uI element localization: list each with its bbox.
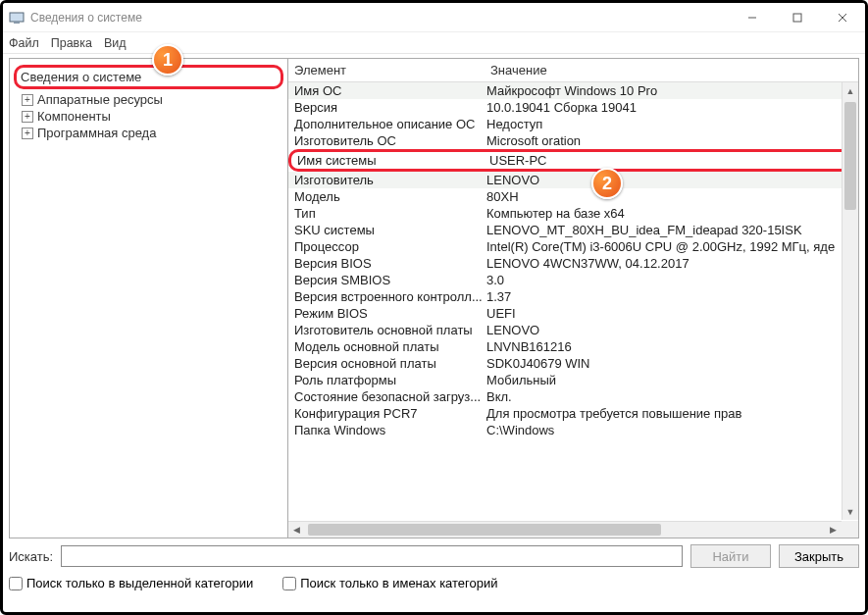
search-label: Искать: — [9, 549, 53, 564]
menu-file[interactable]: Файл — [9, 36, 39, 50]
table-row[interactable]: Версия SMBIOS3.0 — [288, 272, 858, 288]
row-name: Процессор — [288, 239, 485, 254]
titlebar: Сведения о системе — [3, 3, 865, 32]
search-input[interactable] — [61, 545, 683, 567]
tree-item[interactable]: +Программная среда — [14, 125, 283, 141]
search-row: Искать: Найти Закрыть — [9, 544, 859, 568]
scroll-right-icon[interactable]: ▶ — [825, 522, 842, 538]
expand-icon[interactable]: + — [22, 94, 33, 106]
find-button[interactable]: Найти — [690, 544, 771, 568]
scroll-down-icon[interactable]: ▼ — [842, 503, 858, 520]
tree-item[interactable]: +Компоненты — [14, 108, 283, 125]
close-button[interactable] — [820, 3, 865, 32]
expand-icon[interactable]: + — [22, 128, 33, 139]
table-row[interactable]: Изготовитель основной платыLENOVO — [288, 322, 858, 338]
row-value: C:\Windows — [485, 423, 858, 437]
hscroll-thumb[interactable] — [308, 524, 661, 536]
row-name: Версия BIOS — [288, 256, 485, 271]
menubar: Файл Правка Вид — [3, 32, 865, 54]
svg-rect-1 — [14, 22, 20, 24]
row-name: Версия — [288, 100, 485, 115]
row-name: Состояние безопасной загруз... — [288, 389, 485, 404]
table-row[interactable]: Имя ОСМайкрософт Windows 10 Pro — [288, 82, 858, 99]
minimize-button[interactable] — [730, 3, 775, 32]
vscroll-thumb[interactable] — [844, 102, 856, 210]
row-value: LENOVO 4WCN37WW, 04.12.2017 — [485, 256, 858, 271]
table-row[interactable]: Модель80XH — [288, 188, 858, 205]
row-name: Тип — [288, 206, 485, 221]
row-value: Вкл. — [485, 389, 858, 404]
table-row[interactable]: SKU системыLENOVO_MT_80XH_BU_idea_FM_ide… — [288, 222, 858, 238]
row-name: Версия SMBIOS — [288, 273, 485, 287]
column-value[interactable]: Значение — [485, 59, 858, 81]
row-name: Режим BIOS — [288, 306, 485, 321]
scroll-left-icon[interactable]: ◀ — [288, 522, 305, 538]
table-row[interactable]: ИзготовительLENOVO — [288, 172, 858, 188]
expand-icon[interactable]: + — [22, 111, 33, 123]
row-value: Для просмотра требуется повышение прав — [485, 406, 858, 421]
table-row[interactable]: Версия встроенного контролл...1.37 — [288, 288, 858, 305]
chk1-box[interactable] — [9, 577, 23, 590]
tree-item[interactable]: +Аппаратные ресурсы — [14, 91, 283, 108]
menu-edit[interactable]: Правка — [51, 36, 92, 50]
row-value: Компьютер на базе x64 — [485, 206, 858, 221]
table-row[interactable]: Модель основной платыLNVNB161216 — [288, 338, 858, 355]
column-name[interactable]: Элемент — [288, 59, 485, 81]
chk-category-only[interactable]: Поиск только в выделенной категории — [9, 576, 253, 590]
row-name: Изготовитель основной платы — [288, 323, 485, 337]
row-value: Мобильный — [485, 373, 858, 387]
row-name: Версия встроенного контролл... — [288, 289, 485, 304]
row-name: Папка Windows — [288, 423, 485, 437]
tree-root[interactable]: Сведения о системе — [14, 65, 283, 89]
row-name: Роль платформы — [288, 373, 485, 387]
row-name: Изготовитель ОС — [288, 133, 485, 148]
row-value: USER-PC — [487, 153, 855, 168]
detail-panel: Элемент Значение Имя ОСМайкрософт Window… — [288, 59, 858, 538]
row-name: Конфигурация PCR7 — [288, 406, 485, 421]
table-row[interactable]: Версия10.0.19041 Сборка 19041 — [288, 99, 858, 116]
horizontal-scrollbar[interactable]: ◀ ▶ — [288, 521, 842, 538]
table-row[interactable]: Роль платформыМобильный — [288, 372, 858, 388]
app-icon — [9, 10, 25, 26]
chk-names-only[interactable]: Поиск только в именах категорий — [282, 576, 497, 590]
table-row[interactable]: Режим BIOSUEFI — [288, 305, 858, 322]
detail-body: Имя ОСМайкрософт Windows 10 ProВерсия10.… — [288, 82, 858, 538]
table-row[interactable]: Состояние безопасной загруз...Вкл. — [288, 388, 858, 405]
tree-item-label: Аппаратные ресурсы — [37, 92, 163, 107]
menu-view[interactable]: Вид — [104, 36, 127, 50]
row-name: Имя системы — [291, 153, 487, 168]
tree-item-label: Компоненты — [37, 109, 111, 124]
row-value: Intel(R) Core(TM) i3-6006U CPU @ 2.00GHz… — [485, 239, 858, 254]
row-value: LENOVO_MT_80XH_BU_idea_FM_ideapad 320-15… — [485, 223, 858, 237]
tree-root-label: Сведения о системе — [21, 70, 141, 84]
table-row[interactable]: Папка WindowsC:\Windows — [288, 422, 858, 438]
tree-panel: Сведения о системе +Аппаратные ресурсы+К… — [10, 59, 288, 538]
row-name: Изготовитель — [288, 173, 485, 187]
table-row[interactable]: Конфигурация PCR7Для просмотра требуется… — [288, 405, 858, 422]
close-find-button[interactable]: Закрыть — [779, 544, 859, 568]
table-row[interactable]: Имя системыUSER-PC — [288, 149, 858, 172]
row-name: Версия основной платы — [288, 356, 485, 371]
table-row[interactable]: Изготовитель ОСMicrosoft oration — [288, 132, 858, 149]
maximize-button[interactable] — [775, 3, 820, 32]
row-value: 3.0 — [485, 273, 858, 287]
window-title: Сведения о системе — [30, 11, 730, 25]
table-row[interactable]: Дополнительное описание ОСНедоступ — [288, 116, 858, 132]
svg-rect-0 — [10, 13, 24, 22]
row-name: Модель основной платы — [288, 339, 485, 354]
table-row[interactable]: ТипКомпьютер на базе x64 — [288, 205, 858, 222]
row-name: Модель — [288, 189, 485, 204]
row-value: LENOVO — [485, 173, 858, 187]
chk2-box[interactable] — [282, 577, 296, 590]
table-row[interactable]: Версия BIOSLENOVO 4WCN37WW, 04.12.2017 — [288, 255, 858, 272]
row-value: SDK0J40679 WIN — [485, 356, 858, 371]
vertical-scrollbar[interactable]: ▲ ▼ — [842, 82, 858, 520]
scroll-up-icon[interactable]: ▲ — [842, 82, 858, 99]
table-row[interactable]: ПроцессорIntel(R) Core(TM) i3-6006U CPU … — [288, 238, 858, 255]
row-name: SKU системы — [288, 223, 485, 237]
table-row[interactable]: Версия основной платыSDK0J40679 WIN — [288, 355, 858, 372]
row-value: LENOVO — [485, 323, 858, 337]
window-controls — [730, 3, 865, 32]
row-value: Microsoft oration — [485, 133, 858, 148]
row-value: 1.37 — [485, 289, 858, 304]
